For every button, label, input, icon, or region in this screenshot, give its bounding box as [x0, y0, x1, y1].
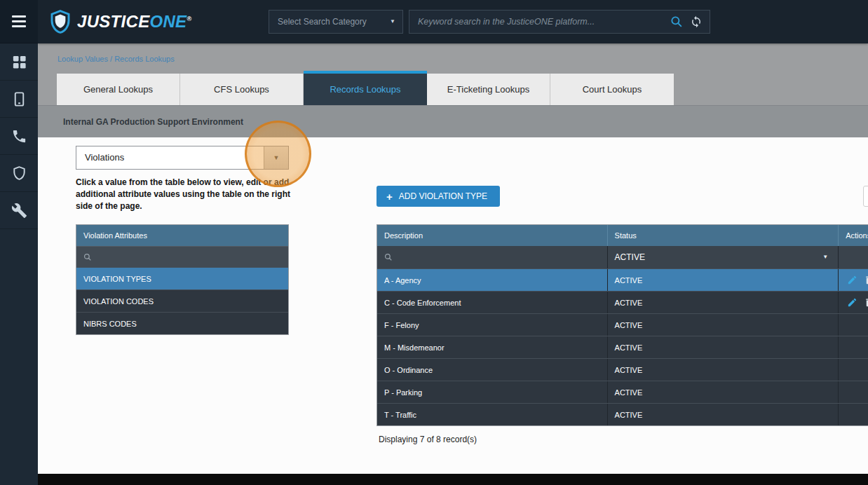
column-header-actions[interactable]: Actions: [838, 225, 868, 246]
row-description: C - Code Enforcement: [377, 292, 607, 313]
types-table-filter-row: ACTIVE ▼: [377, 246, 868, 268]
record-count-text: Displaying 7 of 8 record(s): [379, 435, 477, 444]
dashboard-grid-icon: [11, 54, 27, 70]
table-row[interactable]: P - Parking ACTIVE: [377, 381, 868, 403]
breadcrumb[interactable]: Lookup Values / Records Lookups: [57, 55, 175, 63]
row-actions: [838, 404, 868, 425]
mobile-device-icon: [11, 91, 27, 107]
logo-wordmark: JUSTICEONE®: [77, 12, 191, 32]
bottom-bar: [38, 474, 868, 485]
tab-court-lookups[interactable]: Court Lookups: [550, 74, 674, 105]
sidebar: [0, 0, 38, 485]
row-status: ACTIVE: [607, 314, 839, 336]
global-search: [409, 10, 710, 34]
plus-icon: +: [386, 191, 393, 202]
sidebar-item-mobile[interactable]: [0, 81, 38, 118]
table-row[interactable]: A - Agency ACTIVE: [377, 268, 868, 291]
attribute-row-nibrs-codes[interactable]: NIBRS CODES: [76, 312, 288, 334]
row-description: F - Felony: [377, 314, 607, 336]
row-actions: [838, 292, 868, 313]
row-description: P - Parking: [377, 381, 607, 403]
chevron-down-icon: ▼: [390, 19, 395, 25]
lookup-category-dropdown-button[interactable]: ▼: [264, 146, 288, 169]
row-status: ACTIVE: [607, 292, 839, 313]
tab-records-lookups[interactable]: Records Lookups: [304, 74, 427, 105]
tab-bar: General Lookups CFS Lookups Records Look…: [57, 74, 674, 105]
row-status: ACTIVE: [607, 404, 839, 425]
sidebar-item-security[interactable]: [0, 155, 38, 192]
row-actions: [838, 336, 868, 358]
environment-banner-text: Internal GA Production Support Environme…: [63, 117, 243, 127]
row-actions: [838, 314, 868, 336]
row-status: ACTIVE: [607, 359, 839, 381]
records-lookups-panel: Violations ▼ Click a value from the tabl…: [38, 137, 868, 474]
attributes-search-row[interactable]: [76, 246, 288, 267]
attribute-row-violation-types[interactable]: VIOLATION TYPES: [76, 267, 288, 289]
chevron-down-icon: ▼: [273, 155, 280, 161]
search-category-value: Select Search Category: [278, 17, 367, 27]
search-icon[interactable]: [670, 15, 683, 28]
table-row[interactable]: T - Traffic ACTIVE: [377, 403, 868, 425]
topbar: JUSTICEONE® Select Search Category ▼: [38, 0, 868, 43]
column-header-description[interactable]: Description: [377, 225, 607, 246]
row-actions: [838, 269, 868, 291]
justiceone-logo: JUSTICEONE®: [49, 8, 191, 36]
lookup-category-value: Violations: [76, 146, 288, 169]
hamburger-icon: [12, 15, 26, 27]
add-violation-type-button[interactable]: + ADD VIOLATION TYPE: [377, 186, 500, 207]
edit-icon[interactable]: [847, 297, 857, 308]
phone-icon: [11, 128, 27, 144]
row-status: ACTIVE: [607, 336, 839, 358]
tab-cfs-lookups[interactable]: CFS Lookups: [180, 74, 304, 105]
sidebar-item-calls[interactable]: [0, 118, 38, 155]
row-description: A - Agency: [377, 269, 607, 291]
column-header-status[interactable]: Status: [607, 225, 839, 246]
status-filter-dropdown[interactable]: ACTIVE ▼: [607, 246, 839, 268]
logo-shield-icon: [49, 9, 72, 34]
tab-general-lookups[interactable]: General Lookups: [57, 74, 180, 105]
add-violation-type-label: ADD VIOLATION TYPE: [399, 191, 487, 201]
edit-icon[interactable]: [847, 275, 857, 285]
violation-attributes-table: Violation Attributes VIOLATION TYPES VIO…: [76, 224, 289, 335]
table-row[interactable]: O - Ordinance ACTIVE: [377, 358, 868, 381]
search-icon: [384, 253, 393, 261]
status-filter-value: ACTIVE: [615, 252, 645, 262]
shield-icon: [11, 165, 27, 182]
attribute-row-violation-codes[interactable]: VIOLATION CODES: [76, 289, 288, 312]
search-category-dropdown[interactable]: Select Search Category ▼: [269, 10, 403, 34]
delete-icon[interactable]: [864, 275, 868, 285]
table-row[interactable]: C - Code Enforcement ACTIVE: [377, 291, 868, 313]
refresh-icon[interactable]: [690, 15, 703, 28]
sidebar-item-tools[interactable]: [0, 192, 38, 229]
row-status: ACTIVE: [607, 269, 839, 291]
row-actions: [838, 381, 868, 403]
description-filter[interactable]: [377, 246, 607, 268]
types-table-header-row: Description Status Actions: [377, 225, 868, 246]
menu-button[interactable]: [0, 0, 38, 43]
table-row[interactable]: M - Misdemeanor ACTIVE: [377, 336, 868, 358]
table-row[interactable]: F - Felony ACTIVE: [377, 313, 868, 336]
actions-filter-cell: [838, 246, 868, 268]
attributes-table-header: Violation Attributes: [76, 225, 288, 246]
environment-banner: Internal GA Production Support Environme…: [38, 105, 868, 137]
main-area: Lookup Values / Records Lookups General …: [38, 43, 868, 474]
row-description: T - Traffic: [377, 404, 607, 425]
search-icon: [83, 253, 92, 261]
row-description: O - Ordinance: [377, 359, 607, 381]
search-input[interactable]: [409, 17, 670, 27]
sidebar-item-dashboard[interactable]: [0, 43, 38, 81]
row-actions: [838, 359, 868, 381]
row-description: M - Misdemeanor: [377, 336, 607, 358]
clipped-right-button[interactable]: [863, 186, 868, 207]
lookup-category-select[interactable]: Violations ▼: [76, 146, 289, 170]
delete-icon[interactable]: [864, 297, 868, 308]
violation-types-table: Description Status Actions ACTIVE ▼ A -: [377, 224, 868, 426]
row-status: ACTIVE: [607, 381, 839, 403]
tab-eticketing-lookups[interactable]: E-Ticketing Lookups: [427, 74, 550, 105]
chevron-down-icon: ▼: [822, 254, 828, 260]
wrench-icon: [11, 203, 27, 219]
instructions-text: Click a value from the table below to vi…: [76, 177, 301, 212]
